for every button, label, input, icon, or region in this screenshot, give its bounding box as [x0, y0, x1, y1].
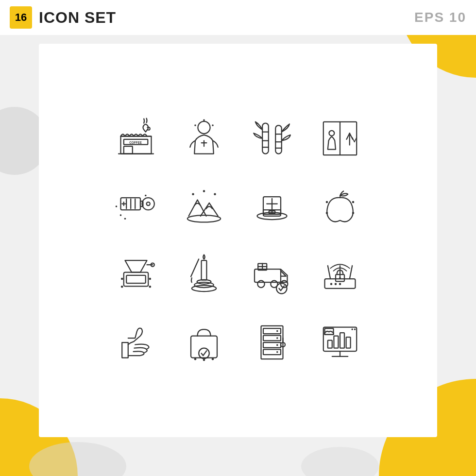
svg-point-93 [276, 337, 278, 339]
svg-rect-101 [328, 340, 332, 348]
battery-charger-icon [104, 175, 168, 238]
svg-point-56 [121, 278, 123, 280]
svg-point-8 [212, 124, 214, 126]
shopping-bag-check-icon [172, 311, 236, 374]
svg-point-72 [276, 283, 287, 294]
svg-point-92 [276, 330, 278, 332]
svg-line-74 [328, 266, 330, 279]
svg-rect-104 [346, 337, 351, 348]
thumbs-up-icon [104, 311, 168, 374]
svg-point-49 [352, 201, 355, 204]
svg-point-7 [194, 124, 196, 126]
svg-point-9 [203, 119, 205, 121]
svg-point-33 [120, 214, 122, 216]
svg-point-6 [198, 121, 210, 134]
svg-rect-60 [202, 260, 207, 280]
elevator-icon [308, 107, 372, 170]
svg-point-50 [326, 212, 328, 214]
svg-point-83 [199, 348, 209, 359]
svg-point-34 [124, 218, 126, 220]
svg-rect-102 [334, 336, 338, 348]
svg-point-38 [192, 193, 194, 196]
header-bar: 16 ICON SET EPS 10 [0, 0, 476, 35]
coffee-grinder-icon [104, 243, 168, 306]
svg-point-81 [339, 283, 341, 286]
svg-point-31 [142, 198, 154, 210]
svg-point-51 [352, 212, 355, 214]
svg-point-48 [326, 201, 328, 204]
spa-stones-icon [172, 243, 236, 306]
svg-point-79 [330, 283, 333, 286]
svg-point-66 [257, 281, 264, 288]
svg-point-106 [351, 328, 353, 330]
wifi-router-lock-icon [308, 243, 372, 306]
icons-grid: COFFEE [95, 97, 381, 384]
server-rack-icon [240, 311, 304, 374]
svg-point-95 [276, 351, 278, 353]
st-patricks-hat-icon [240, 175, 304, 238]
svg-point-80 [335, 283, 337, 286]
header-eps: EPS 10 [414, 10, 466, 25]
svg-point-57 [149, 286, 152, 288]
svg-rect-16 [275, 125, 282, 154]
svg-point-59 [149, 278, 152, 280]
svg-point-22 [329, 131, 335, 136]
mountain-landscape-icon [172, 175, 236, 238]
svg-rect-52 [124, 272, 148, 287]
header-title: ICON SET [39, 9, 414, 27]
dashboard-icon [308, 311, 372, 374]
delivery-check-icon [240, 243, 304, 306]
svg-point-107 [354, 328, 356, 330]
svg-point-32 [147, 202, 150, 205]
svg-point-36 [145, 195, 147, 197]
svg-point-35 [116, 205, 118, 207]
header-badge: 16 [10, 6, 32, 29]
svg-point-78 [339, 277, 341, 279]
svg-point-39 [203, 190, 205, 192]
svg-point-86 [212, 358, 214, 360]
svg-rect-1 [124, 146, 133, 153]
svg-rect-103 [340, 333, 344, 348]
coffee-shop-icon: COFFEE [104, 107, 168, 170]
svg-point-85 [203, 359, 205, 361]
priest-icon [172, 107, 236, 170]
svg-rect-12 [262, 123, 269, 154]
svg-point-40 [214, 193, 216, 196]
svg-point-84 [194, 358, 197, 360]
svg-point-94 [276, 344, 278, 346]
svg-line-76 [350, 266, 352, 279]
svg-rect-65 [255, 269, 281, 282]
svg-line-61 [191, 259, 199, 277]
svg-point-58 [121, 286, 123, 288]
icon-set-card: COFFEE [39, 44, 437, 437]
bamboo-icon [240, 107, 304, 170]
apple-icon [308, 175, 372, 238]
svg-text:COFFEE: COFFEE [129, 141, 142, 144]
svg-rect-53 [126, 275, 146, 283]
svg-point-37 [187, 215, 221, 222]
